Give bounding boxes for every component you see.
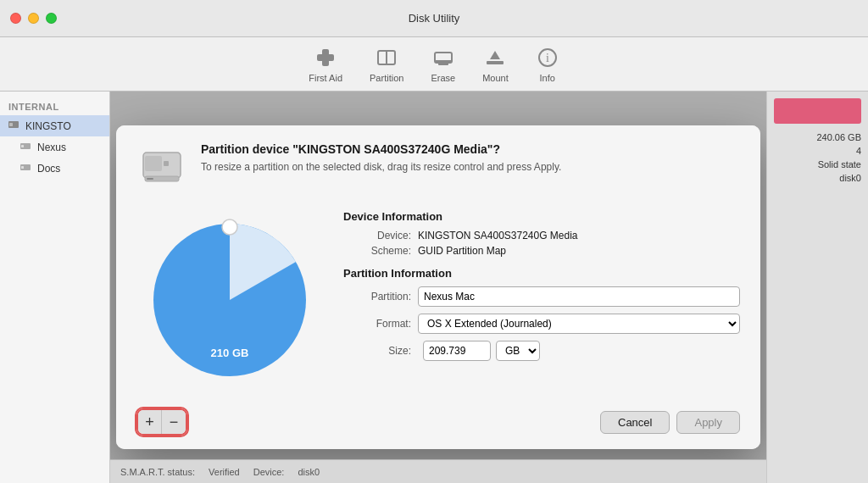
pie-label: 210 GB (211, 347, 249, 359)
add-remove-group: + − (136, 408, 187, 436)
sidebar-item-docs[interactable]: Docs (0, 158, 109, 179)
toolbar-mount[interactable]: Mount (482, 46, 509, 83)
svg-rect-19 (164, 161, 169, 166)
sidebar-section-internal: Internal (0, 98, 109, 115)
size-unit-select[interactable]: GB MB TB (496, 341, 540, 361)
sidebar-label-docs: Docs (37, 163, 60, 175)
toolbar: First Aid Partition Erase Mount i Info (0, 37, 868, 92)
format-select[interactable]: OS X Extended (Journaled) (418, 314, 740, 334)
close-button[interactable] (10, 13, 21, 24)
remove-partition-button[interactable]: − (162, 410, 186, 434)
smart-label: S.M.A.R.T. status: (120, 467, 195, 477)
info-icon: i (536, 46, 559, 69)
info-panel: Device Information Device: KINGSTON SA40… (343, 207, 740, 385)
svg-rect-7 (487, 61, 504, 64)
modal-footer: + − Cancel Apply (116, 398, 760, 449)
right-panel-size: 240.06 GB (774, 130, 861, 144)
format-field-row: Format: OS X Extended (Journaled) (343, 314, 740, 334)
pie-chart-svg (145, 215, 314, 385)
device-row: Device: KINGSTON SA400S37240G Media (343, 230, 740, 242)
modal-header-content: Partition device "KINGSTON SA400S37240G … (201, 142, 561, 173)
toolbar-partition[interactable]: Partition (370, 46, 403, 83)
sidebar-item-kingston[interactable]: KINGSTO (0, 115, 109, 136)
svg-rect-1 (317, 54, 334, 61)
sidebar-item-nexus[interactable]: Nexus (0, 136, 109, 158)
scheme-label: Scheme: (343, 245, 411, 257)
svg-rect-21 (147, 178, 153, 180)
svg-rect-16 (21, 166, 24, 169)
device-label-status: Device: (253, 467, 285, 477)
partition-modal: Partition device "KINGSTON SA400S37240G … (116, 125, 760, 449)
title-bar: Disk Utility (0, 0, 868, 37)
device-value: KINGSTON SA400S37240G Media (418, 230, 578, 242)
partition-input[interactable] (418, 286, 740, 307)
volume-icon-nexus (19, 139, 32, 155)
partition-icon (375, 46, 398, 69)
size-input[interactable] (423, 341, 491, 361)
svg-rect-6 (438, 63, 448, 65)
drive-icon (7, 118, 20, 134)
modal-overlay: Partition device "KINGSTON SA400S37240G … (110, 92, 766, 483)
device-value-status: disk0 (298, 467, 320, 477)
pie-chart: 210 GB (145, 215, 314, 385)
right-panel-type: Solid state (774, 158, 861, 171)
partition-info-title: Partition Information (343, 267, 740, 280)
sidebar-label-kingston: KINGSTO (25, 120, 71, 132)
partition-field-row: Partition: (343, 286, 740, 307)
window-controls (10, 13, 57, 24)
smart-value: Verified (209, 467, 240, 477)
volume-icon-docs (19, 160, 32, 176)
partition-label: Partition: (343, 291, 411, 303)
mount-icon (483, 46, 507, 69)
erase-icon (431, 46, 455, 69)
modal-drive-icon (136, 142, 187, 193)
maximize-button[interactable] (46, 13, 57, 24)
scheme-row: Scheme: GUID Partition Map (343, 245, 740, 257)
cancel-button[interactable]: Cancel (600, 411, 670, 434)
toolbar-first-aid[interactable]: First Aid (309, 46, 342, 83)
add-partition-button[interactable]: + (138, 410, 162, 434)
svg-marker-8 (490, 51, 500, 59)
size-label: Size: (343, 345, 411, 357)
scheme-value: GUID Partition Map (418, 245, 506, 257)
minimize-button[interactable] (28, 13, 39, 24)
main-area: Internal KINGSTO Nexus (0, 92, 868, 483)
first-aid-icon (314, 46, 337, 69)
window-title: Disk Utility (409, 12, 460, 25)
svg-rect-14 (21, 145, 24, 147)
format-label: Format: (343, 318, 411, 330)
sidebar-label-nexus: Nexus (37, 142, 66, 153)
toolbar-info[interactable]: i Info (536, 46, 559, 83)
svg-rect-12 (9, 123, 13, 126)
apply-button[interactable]: Apply (676, 411, 740, 434)
right-panel-count: 4 (774, 144, 861, 158)
status-bar: S.M.A.R.T. status: Verified Device: disk… (110, 459, 766, 483)
svg-rect-18 (145, 156, 162, 171)
modal-title: Partition device "KINGSTON SA400S37240G … (201, 142, 561, 156)
size-field-row: Size: GB MB TB (343, 341, 740, 361)
device-label: Device: (343, 230, 411, 242)
right-panel-device: disk0 (774, 171, 861, 185)
device-info-title: Device Information (343, 210, 740, 223)
content-area: Partition device "KINGSTON SA400S37240G … (110, 92, 766, 483)
svg-point-23 (222, 219, 237, 235)
toolbar-erase[interactable]: Erase (431, 46, 455, 83)
modal-header: Partition device "KINGSTON SA400S37240G … (116, 125, 760, 207)
chart-area: 210 GB (136, 207, 323, 385)
partition-bar (774, 98, 861, 124)
modal-body: 210 GB Device Information Device: KINGST… (116, 207, 760, 398)
right-panel: 240.06 GB 4 Solid state disk0 (766, 92, 868, 483)
modal-description: To resize a partition on the selected di… (201, 161, 561, 173)
svg-text:i: i (546, 52, 549, 64)
sidebar: Internal KINGSTO Nexus (0, 92, 110, 483)
